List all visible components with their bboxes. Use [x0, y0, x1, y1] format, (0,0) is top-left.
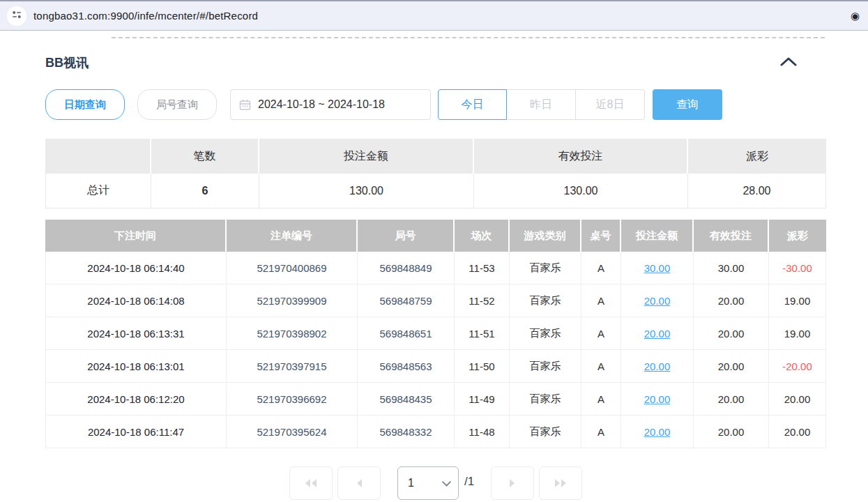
bet-amount-link[interactable]: 20.00 — [621, 383, 694, 416]
valid-bet-cell: 30.00 — [694, 252, 769, 284]
summary-count: 6 — [151, 174, 259, 208]
chevron-up-icon — [780, 56, 797, 68]
table-row: 2024-10-18 06:12:20521970396692569848435… — [45, 383, 826, 416]
table-row: 2024-10-18 06:13:31521970398902569848651… — [45, 317, 826, 350]
game-type-cell: 百家乐 — [510, 383, 581, 416]
bet-amount-link[interactable]: 20.00 — [621, 416, 694, 448]
table-row: 2024-10-18 06:13:01521970397915569848563… — [45, 350, 826, 383]
session-cell: 11-53 — [455, 252, 510, 284]
order-no-cell: 521970395624 — [227, 416, 358, 448]
round-no-cell: 569848563 — [358, 350, 455, 383]
bet-time-cell: 2024-10-18 06:14:08 — [45, 284, 227, 317]
summary-header-payout: 派彩 — [688, 139, 826, 174]
bet-time-cell: 2024-10-18 06:14:40 — [45, 252, 227, 284]
yesterday-button[interactable]: 昨日 — [507, 89, 576, 120]
summary-valid-bet: 130.00 — [474, 174, 688, 208]
chevron-down-icon — [442, 477, 451, 489]
round-no-cell: 569848759 — [358, 284, 455, 317]
col-header-time: 下注时间 — [45, 220, 227, 252]
prev-page-button[interactable] — [337, 466, 381, 500]
col-header-bet: 投注金额 — [621, 220, 694, 252]
round-no-cell: 569848849 — [358, 252, 455, 284]
order-no-cell: 521970400869 — [227, 252, 358, 284]
round-query-tab[interactable]: 局号查询 — [137, 89, 217, 120]
summary-bet-amount: 130.00 — [259, 174, 474, 208]
date-query-tab[interactable]: 日期查询 — [45, 89, 125, 120]
table-row: 2024-10-18 06:11:47521970395624569848332… — [45, 416, 826, 448]
summary-row-label: 总计 — [45, 174, 151, 208]
quick-date-group: 今日 昨日 近8日 — [438, 89, 645, 120]
collapse-section-button[interactable] — [779, 55, 826, 70]
valid-bet-cell: 20.00 — [694, 317, 769, 350]
bet-time-cell: 2024-10-18 06:12:20 — [45, 383, 227, 416]
site-settings-button[interactable] — [7, 6, 26, 26]
summary-header-bet: 投注金额 — [259, 139, 474, 174]
session-cell: 11-52 — [455, 284, 510, 317]
order-no-cell: 521970397915 — [227, 350, 358, 383]
url-text[interactable]: tongbao31.com:9900/infe/mcenter/#/betRec… — [33, 10, 851, 22]
bet-amount-link[interactable]: 20.00 — [621, 317, 694, 350]
tune-icon — [11, 9, 22, 23]
col-header-session: 场次 — [455, 220, 510, 252]
total-pages-label: /1 — [464, 475, 474, 489]
date-range-input[interactable]: 2024-10-18 ~ 2024-10-18 — [230, 89, 431, 120]
order-no-cell: 521970396692 — [227, 383, 358, 416]
table-row: 2024-10-18 06:14:08521970399909569848759… — [45, 284, 826, 317]
payout-cell: -20.00 — [769, 350, 826, 383]
col-header-order-no: 注单编号 — [227, 220, 358, 252]
double-chevron-right-icon — [554, 478, 568, 488]
bet-amount-link[interactable]: 20.00 — [621, 284, 694, 317]
search-button[interactable]: 查询 — [653, 89, 722, 120]
game-type-cell: 百家乐 — [510, 317, 581, 350]
table-no-cell: A — [581, 416, 621, 448]
summary-header-empty — [45, 139, 151, 174]
chevron-left-icon — [355, 478, 363, 488]
round-no-cell: 569848435 — [358, 383, 455, 416]
valid-bet-cell: 20.00 — [694, 416, 769, 448]
game-type-cell: 百家乐 — [510, 284, 581, 317]
page-title: BB视讯 — [45, 54, 89, 71]
summary-table: 笔数 投注金额 有效投注 派彩 总计 6 130.00 130.00 28.00 — [45, 139, 826, 208]
round-no-cell: 569848651 — [358, 317, 455, 350]
col-header-round-no: 局号 — [358, 220, 455, 252]
page-select[interactable]: 1 — [397, 466, 459, 500]
payout-cell: 20.00 — [769, 383, 826, 416]
payout-cell: 19.00 — [769, 317, 826, 350]
summary-header-valid: 有效投注 — [474, 139, 688, 174]
order-no-cell: 521970398902 — [227, 317, 358, 350]
table-no-cell: A — [581, 252, 621, 284]
game-type-cell: 百家乐 — [510, 350, 581, 383]
table-no-cell: A — [581, 284, 621, 317]
table-no-cell: A — [581, 383, 621, 416]
last-page-button[interactable] — [539, 466, 582, 500]
col-header-valid: 有效投注 — [694, 220, 769, 252]
page-select-value: 1 — [408, 477, 442, 489]
session-cell: 11-51 — [455, 317, 510, 350]
session-cell: 11-49 — [455, 383, 510, 416]
bet-time-cell: 2024-10-18 06:13:01 — [45, 350, 227, 383]
next-page-button[interactable] — [491, 466, 534, 500]
col-header-payout: 派彩 — [769, 220, 826, 252]
target-icon[interactable]: ◉ — [851, 10, 860, 22]
col-header-table-no: 桌号 — [581, 220, 621, 252]
browser-url-bar: tongbao31.com:9900/infe/mcenter/#/betRec… — [0, 0, 868, 31]
bet-amount-link[interactable]: 30.00 — [621, 252, 694, 284]
dashed-separator — [112, 37, 825, 38]
bet-time-cell: 2024-10-18 06:11:47 — [45, 416, 227, 448]
table-row: 2024-10-18 06:14:40521970400869569848849… — [45, 252, 826, 284]
session-cell: 11-50 — [455, 350, 510, 383]
today-button[interactable]: 今日 — [438, 89, 507, 120]
first-page-button[interactable] — [289, 466, 333, 500]
valid-bet-cell: 20.00 — [694, 383, 769, 416]
last-8-days-button[interactable]: 近8日 — [576, 89, 645, 120]
bet-time-cell: 2024-10-18 06:13:31 — [45, 317, 227, 350]
payout-cell: 19.00 — [769, 284, 826, 317]
valid-bet-cell: 20.00 — [694, 350, 769, 383]
table-no-cell: A — [581, 350, 621, 383]
bet-record-page: tongbao31.com:9900/infe/mcenter/#/betRec… — [0, 0, 868, 502]
session-cell: 11-48 — [455, 416, 510, 448]
game-type-cell: 百家乐 — [510, 252, 581, 284]
bet-amount-link[interactable]: 20.00 — [621, 350, 694, 383]
chevron-right-icon — [508, 478, 517, 488]
table-no-cell: A — [581, 317, 621, 350]
